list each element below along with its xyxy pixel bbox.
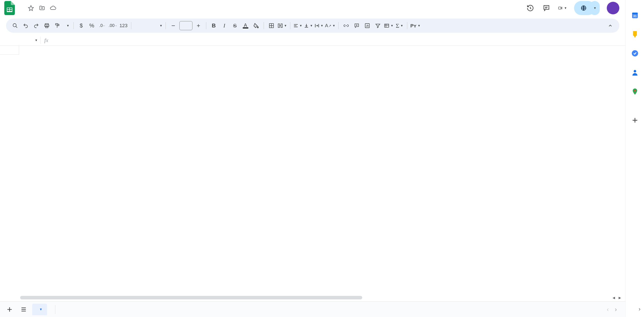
svg-rect-5 <box>558 7 561 9</box>
calendar-icon[interactable]: 31 <box>631 11 639 19</box>
spreadsheet-grid[interactable] <box>0 46 625 294</box>
sheet-nav-left-icon[interactable]: ‹ <box>607 306 609 313</box>
get-addons-icon[interactable] <box>631 116 639 124</box>
scroll-right-icon[interactable]: ► <box>617 295 622 300</box>
text-rotation-icon[interactable]: A↗▼ <box>325 21 336 31</box>
insert-comment-icon[interactable] <box>352 21 361 31</box>
more-formats-icon[interactable]: 123 <box>119 21 128 31</box>
add-sheet-button[interactable] <box>4 304 15 315</box>
sheet-nav-right-icon[interactable]: › <box>615 306 617 313</box>
svg-rect-1 <box>7 8 9 9</box>
undo-icon[interactable] <box>21 21 30 31</box>
sheet-tab-menu-icon[interactable]: ▼ <box>39 307 43 311</box>
name-box-dropdown-icon[interactable]: ▼ <box>35 38 38 42</box>
vertical-align-icon[interactable]: ▼ <box>304 21 313 31</box>
collapse-toolbar-icon[interactable] <box>606 21 615 31</box>
text-color-icon[interactable]: A <box>241 21 250 31</box>
increase-decimal-icon[interactable]: .00→ <box>108 21 117 31</box>
currency-icon[interactable]: $ <box>77 21 86 31</box>
fill-color-icon[interactable] <box>252 21 261 31</box>
svg-point-20 <box>634 70 636 72</box>
horizontal-align-icon[interactable]: ▼ <box>293 21 302 31</box>
sheet-tab-active[interactable]: ▼ <box>32 304 47 315</box>
filter-icon[interactable] <box>373 21 382 31</box>
merge-cells-icon[interactable]: ▼ <box>277 21 287 31</box>
table-view-icon[interactable]: ▼ <box>384 21 393 31</box>
horizontal-scrollbar[interactable]: ◄ ► <box>0 294 625 301</box>
decrease-fontsize-icon[interactable]: − <box>169 21 178 31</box>
keep-icon[interactable] <box>631 30 639 38</box>
move-icon[interactable] <box>39 5 45 11</box>
strikethrough-icon[interactable]: S <box>230 21 239 31</box>
history-icon[interactable] <box>526 4 535 13</box>
paint-format-icon[interactable] <box>53 21 62 31</box>
decrease-decimal-icon[interactable]: .0← <box>98 21 107 31</box>
hide-side-panel-icon[interactable]: › <box>639 306 640 312</box>
menu-bar <box>0 16 625 19</box>
svg-rect-11 <box>56 24 58 25</box>
svg-rect-14 <box>385 24 389 27</box>
font-size-input[interactable] <box>179 21 192 30</box>
select-all-corner[interactable] <box>0 46 19 55</box>
print-icon[interactable] <box>42 21 51 31</box>
svg-rect-2 <box>10 8 12 9</box>
percent-icon[interactable]: % <box>87 21 96 31</box>
document-title[interactable] <box>19 8 23 9</box>
svg-rect-3 <box>7 10 9 11</box>
maps-icon[interactable] <box>631 88 639 96</box>
font-select[interactable]: ▼ <box>134 21 163 31</box>
all-sheets-button[interactable] <box>18 304 29 315</box>
redo-icon[interactable] <box>32 21 41 31</box>
side-panel: 31 › <box>625 0 644 317</box>
sheets-logo[interactable] <box>3 1 17 15</box>
insert-chart-icon[interactable] <box>363 21 372 31</box>
python-icon[interactable]: Pʏ▼ <box>410 21 421 31</box>
increase-fontsize-icon[interactable]: + <box>194 21 203 31</box>
italic-icon[interactable]: I <box>220 21 229 31</box>
scroll-left-icon[interactable]: ◄ <box>611 295 616 300</box>
cloud-status-icon[interactable] <box>50 5 56 11</box>
functions-icon[interactable]: Σ▼ <box>395 21 404 31</box>
share-dropdown[interactable]: ▼ <box>590 1 600 15</box>
toolbar: ▼ $ % .0← .00→ 123 ▼ − + B I S A ▼ ▼ ▼ ▼ <box>6 19 619 33</box>
tasks-icon[interactable] <box>631 49 639 57</box>
svg-rect-18 <box>634 36 635 37</box>
zoom-select[interactable]: ▼ <box>63 21 70 31</box>
svg-text:31: 31 <box>633 14 637 18</box>
insert-link-icon[interactable] <box>342 21 351 31</box>
star-icon[interactable] <box>28 5 34 11</box>
contacts-icon[interactable] <box>631 68 639 76</box>
meet-icon[interactable]: ▼ <box>558 4 567 13</box>
search-menu-icon[interactable] <box>11 21 20 31</box>
name-box[interactable]: ▼ <box>0 35 40 46</box>
bold-icon[interactable]: B <box>209 21 218 31</box>
svg-point-7 <box>13 24 16 27</box>
svg-point-21 <box>634 90 635 91</box>
text-wrap-icon[interactable]: ▼ <box>314 21 324 31</box>
account-avatar[interactable] <box>607 2 619 14</box>
fx-icon: fx <box>41 37 52 44</box>
horizontal-scroll-thumb[interactable] <box>20 296 362 299</box>
svg-rect-16 <box>632 13 638 14</box>
svg-rect-4 <box>10 10 12 11</box>
comments-icon[interactable] <box>542 4 551 13</box>
borders-icon[interactable] <box>267 21 276 31</box>
